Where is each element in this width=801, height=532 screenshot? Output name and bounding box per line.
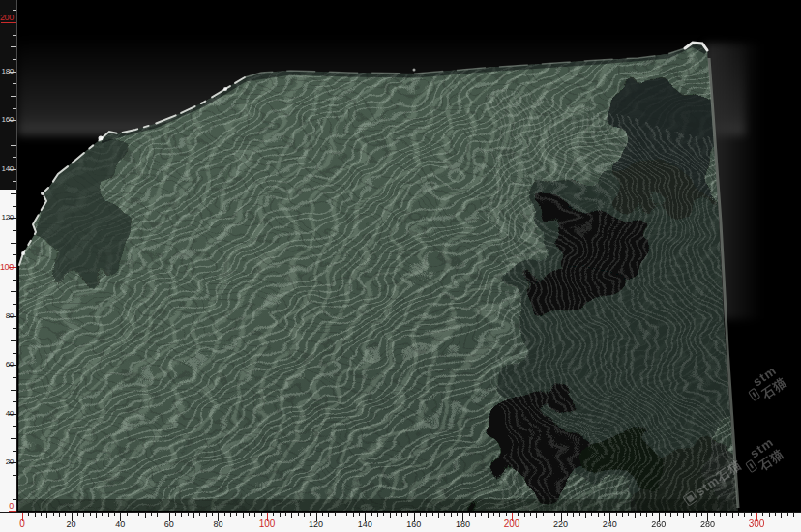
- y-axis-tick: [11, 340, 16, 341]
- x-axis-tick: [554, 513, 555, 516]
- y-axis-tick: [13, 401, 16, 402]
- x-axis-tick: [543, 513, 544, 516]
- x-axis-label: 180: [456, 519, 470, 529]
- x-axis-tick: [635, 513, 636, 518]
- x-axis-tick: [591, 513, 592, 516]
- x-axis-tick: [524, 513, 525, 517]
- x-axis-tick: [28, 513, 29, 516]
- y-axis-tick: [13, 59, 16, 60]
- x-axis-tick: [328, 513, 329, 517]
- x-axis-tick: [696, 513, 697, 517]
- x-axis-tick: [102, 513, 103, 516]
- x-axis-tick: [249, 513, 250, 516]
- x-axis-tick: [720, 513, 721, 517]
- y-axis-tick: [13, 35, 16, 36]
- x-axis-tick: [579, 513, 580, 516]
- x-axis-tick: [530, 513, 531, 516]
- x-axis-tick: [236, 513, 237, 516]
- y-axis-tick: [13, 426, 16, 427]
- y-axis-tick: [13, 475, 16, 476]
- y-axis-label: 200: [0, 14, 14, 21]
- x-axis-tick: [426, 513, 427, 517]
- x-axis-tick: [567, 513, 568, 516]
- y-axis-tick: [11, 243, 16, 244]
- x-axis-tick: [787, 513, 788, 516]
- x-axis-tick: [573, 513, 574, 517]
- x-axis-label: 20: [67, 519, 76, 529]
- x-axis-tick: [114, 513, 115, 516]
- x-axis-tick: [781, 513, 782, 518]
- y-axis-tick: [13, 133, 16, 133]
- x-axis-tick: [518, 513, 519, 516]
- y-axis-tick: [13, 254, 16, 255]
- x-axis-label: 120: [309, 519, 323, 529]
- x-axis-tick: [683, 513, 684, 518]
- x-axis-tick: [77, 513, 78, 516]
- x-axis-tick: [420, 513, 421, 516]
- x-axis-tick: [359, 513, 360, 516]
- x-axis-tick: [506, 513, 507, 516]
- x-axis-tick: [744, 513, 745, 517]
- x-axis-tick: [41, 513, 42, 516]
- breccia-white-marbling: [498, 106, 750, 512]
- vertical-ruler: 020406080100120140160180200: [0, 0, 17, 512]
- x-axis-tick: [665, 513, 666, 516]
- x-axis-tick: [273, 513, 274, 516]
- x-axis-tick: [451, 513, 452, 517]
- y-axis-label: 160: [2, 116, 14, 124]
- x-axis-tick: [96, 513, 97, 518]
- slab-photo-viewport[interactable]: stm石猫stm石猫stm石猫: [0, 0, 801, 512]
- x-axis-label: 260: [651, 519, 666, 529]
- x-axis-label: 0: [19, 519, 25, 529]
- x-axis-label: 80: [213, 519, 222, 529]
- y-axis-tick: [13, 280, 16, 281]
- y-axis-tick: [11, 438, 16, 439]
- x-axis-label: 100: [259, 519, 276, 529]
- x-axis-tick: [212, 513, 213, 516]
- x-axis-tick: [598, 513, 599, 517]
- x-axis-tick: [65, 513, 66, 516]
- x-axis-tick: [261, 513, 262, 516]
- x-axis-tick: [310, 513, 311, 516]
- x-axis-tick: [640, 513, 641, 516]
- y-axis-tick: [11, 145, 16, 146]
- y-axis-tick: [13, 353, 16, 354]
- x-axis-tick: [438, 513, 439, 518]
- x-axis-label: 300: [749, 519, 765, 529]
- x-axis-tick: [127, 513, 128, 516]
- x-axis-tick: [628, 513, 629, 516]
- x-axis-tick: [46, 513, 47, 518]
- y-axis-tick: [11, 46, 16, 47]
- y-axis-tick: [13, 328, 16, 329]
- slab-texture: [0, 29, 801, 512]
- x-axis-tick: [604, 513, 605, 516]
- y-axis-label: 20: [6, 458, 14, 466]
- slab-image: [0, 0, 801, 512]
- x-axis-tick: [298, 513, 299, 516]
- x-axis-label: 280: [700, 519, 715, 529]
- x-axis-tick: [206, 513, 207, 517]
- horizontal-ruler: 0204060801001201401601802002202402602803…: [0, 512, 801, 532]
- y-axis-tick: [13, 83, 16, 84]
- x-axis-tick: [689, 513, 690, 516]
- x-axis-tick: [769, 513, 770, 517]
- x-axis-tick: [157, 513, 158, 517]
- x-axis-tick: [35, 513, 36, 517]
- y-axis-label: 100: [0, 263, 14, 271]
- y-axis-tick: [13, 108, 16, 109]
- x-axis-tick: [371, 513, 372, 516]
- x-axis-label: 240: [603, 519, 617, 529]
- x-axis-tick: [793, 513, 794, 517]
- x-axis-label: 40: [115, 519, 125, 529]
- y-axis-tick: [13, 304, 16, 305]
- x-axis-tick: [622, 513, 623, 517]
- y-axis-label: 120: [2, 214, 14, 222]
- x-axis-tick: [751, 513, 752, 516]
- x-axis-tick: [254, 513, 255, 517]
- x-axis-tick: [285, 513, 286, 516]
- x-axis-tick: [145, 513, 146, 518]
- x-axis-tick: [701, 513, 702, 516]
- x-axis-tick: [335, 513, 336, 516]
- vertical-ruler-background: [0, 0, 17, 512]
- x-axis-tick: [488, 513, 489, 518]
